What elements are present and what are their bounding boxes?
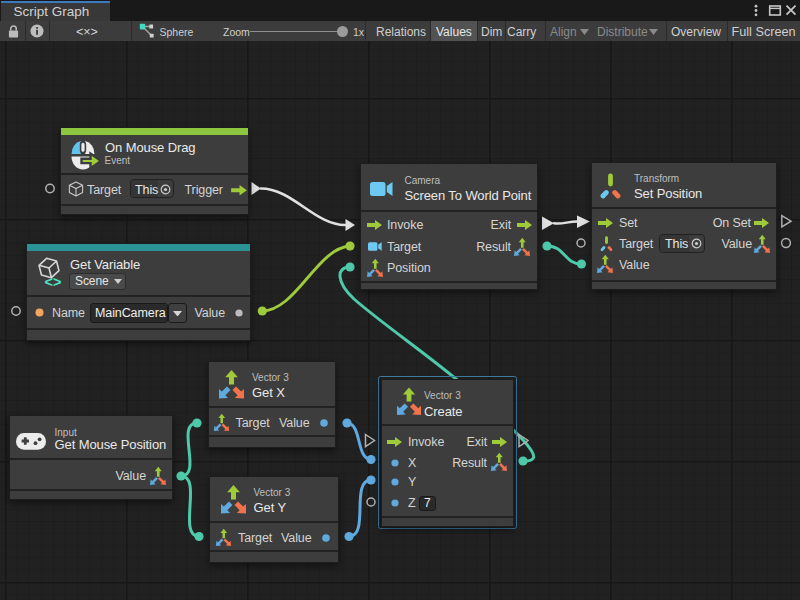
svg-text:<>: <> [45, 274, 62, 287]
